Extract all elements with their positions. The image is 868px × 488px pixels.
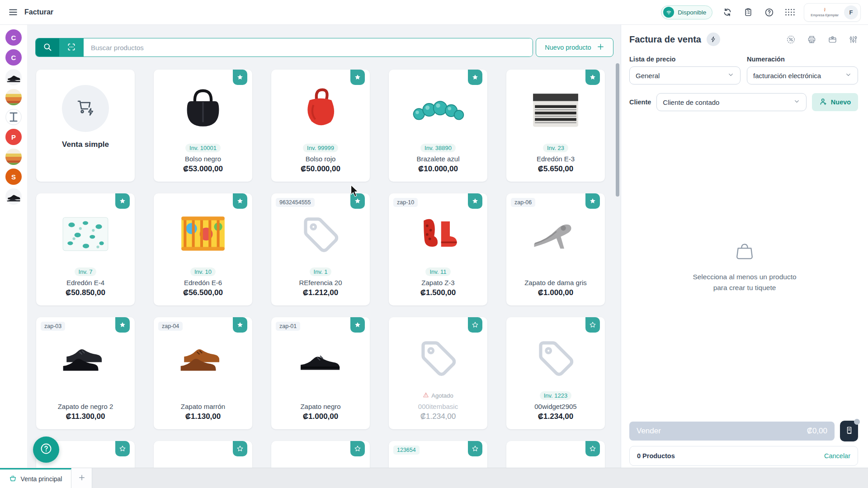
company-logo: Empresa Ejemplar	[811, 7, 839, 17]
product-name: Edredón E-6	[156, 279, 250, 286]
status-badge[interactable]: Disponible	[661, 5, 712, 19]
help-icon[interactable]	[763, 6, 775, 18]
inventory-badge: Inv. 99999	[303, 144, 338, 152]
product-card[interactable]: zap-10 Inv. 11 Zapato Z-3 ₡1.500,00	[389, 193, 487, 305]
numbering-label: Numeración	[747, 56, 858, 63]
cancel-button[interactable]: Cancelar	[824, 452, 850, 460]
sidebar-category-avatar[interactable]	[5, 188, 22, 205]
warning-icon	[423, 392, 429, 399]
product-card[interactable]: Inv. 7 Edredón E-4 ₡50.850,00	[36, 193, 135, 305]
inventory-badge: Inv. 1	[310, 267, 332, 276]
product-image	[154, 324, 252, 391]
product-card[interactable]: Agotado 000itembasic ₡1.234,00	[389, 317, 487, 429]
price-list-label: Lista de precio	[629, 56, 741, 63]
category-sidebar: CCPS	[0, 25, 27, 468]
product-image	[389, 448, 487, 468]
out-of-stock-label: Agotado	[423, 392, 453, 399]
product-card[interactable]: zap-06 Zapato de dama gris ₡1.000,00	[506, 193, 605, 305]
inventory-badge: Inv. 10	[190, 267, 216, 276]
sidebar-category-avatar[interactable]	[5, 69, 22, 85]
user-avatar[interactable]: F	[844, 5, 858, 19]
tab-label: Venta principal	[21, 475, 62, 483]
lightning-badge-icon[interactable]	[707, 33, 720, 46]
ticket-button[interactable]	[840, 421, 858, 441]
sidebar-category-avatar[interactable]	[5, 89, 22, 105]
price-list-select[interactable]: General	[629, 66, 741, 84]
product-card[interactable]: zap-04 Zapato marrón ₡1.130,00	[154, 317, 252, 429]
discount-icon[interactable]	[786, 34, 796, 44]
product-card[interactable]: zap-03 Zapato de negro 2 ₡11.300,00	[36, 317, 135, 429]
cash-drawer-icon[interactable]	[827, 34, 837, 44]
search-input[interactable]	[84, 38, 533, 56]
account-menu[interactable]: Empresa Ejemplar F	[804, 3, 861, 22]
product-name: Zapato negro	[274, 403, 367, 410]
product-image	[36, 201, 135, 267]
product-card[interactable]: Inv. 99999 Bolso rojo ₡50.000,00	[271, 70, 370, 182]
product-image	[506, 77, 605, 144]
sidebar-category-avatar[interactable]	[5, 109, 22, 125]
inventory-line: Inv. 99999	[274, 143, 367, 153]
product-card[interactable]	[506, 441, 605, 468]
sell-button[interactable]: Vender ₡0,00	[629, 422, 835, 441]
invoice-panel: Factura de venta List	[621, 25, 868, 468]
product-card[interactable]: zap-01 Zapato negro ₡1.000,00	[271, 317, 370, 429]
search-button[interactable]	[36, 38, 59, 56]
inventory-line: Inv. 1	[274, 267, 367, 277]
chevron-down-icon	[793, 98, 800, 106]
tab-venta-principal[interactable]: Venta principal	[0, 468, 71, 488]
product-image	[271, 201, 370, 267]
product-image	[506, 448, 605, 468]
product-card[interactable]	[154, 441, 252, 468]
help-fab-button[interactable]	[33, 436, 59, 463]
price-list-value: General	[636, 72, 660, 80]
product-card[interactable]: 9632454555 Inv. 1 REferencia 20 ₡1.212,0…	[271, 193, 370, 305]
product-card[interactable]	[271, 441, 370, 468]
apps-grid-icon[interactable]	[784, 6, 796, 18]
sidebar-category-avatar[interactable]	[5, 149, 22, 165]
sidebar-category-avatar[interactable]: C	[5, 29, 22, 46]
product-meta: Zapato marrón ₡1.130,00	[156, 390, 250, 421]
sync-icon[interactable]	[722, 6, 733, 18]
topbar-actions: Disponible Empresa Ejemplar F	[661, 3, 861, 22]
venta-simple-card[interactable]: Venta simple	[36, 70, 135, 182]
barcode-scan-button[interactable]	[59, 38, 84, 56]
products-count-bar: 0 Productos Cancelar	[629, 446, 858, 466]
sidebar-category-avatar[interactable]: C	[5, 49, 22, 66]
plus-icon	[597, 43, 604, 52]
product-meta: Zapato de negro 2 ₡11.300,00	[39, 390, 132, 421]
inventory-line	[39, 390, 132, 400]
new-product-button[interactable]: Nuevo producto	[536, 38, 613, 57]
numbering-value: facturación electrónica	[753, 72, 821, 80]
inventory-badge: Inv. 38890	[420, 144, 456, 152]
product-meta: Inv. 11 Zapato Z-3 ₡1.500,00	[392, 267, 485, 297]
new-client-button[interactable]: Nuevo	[812, 93, 858, 111]
pos-app: Facturar Disponible	[0, 0, 868, 488]
product-price: ₡11.300,00	[39, 412, 132, 421]
product-name: 000itembasic	[392, 403, 485, 410]
product-card[interactable]: 123654	[389, 441, 487, 468]
empty-ticket-state: Selecciona al menos un producto para cre…	[621, 241, 868, 293]
search-row: Nuevo producto	[35, 38, 613, 57]
product-meta: Inv. 10001 Bolso negro ₡53.000,00	[156, 143, 250, 174]
print-icon[interactable]	[807, 34, 816, 44]
sidebar-category-avatar[interactable]: S	[5, 169, 22, 185]
clipboard-icon[interactable]	[742, 6, 754, 18]
product-card[interactable]: Inv. 10 Edredón E-6 ₡56.500,00	[154, 193, 252, 305]
product-image	[506, 201, 605, 267]
scrollbar-thumb[interactable]	[616, 63, 619, 197]
sidebar-category-avatar[interactable]: P	[5, 129, 22, 145]
settings-sliders-icon[interactable]	[848, 34, 858, 44]
menu-icon[interactable]	[7, 6, 19, 18]
client-select[interactable]: Cliente de contado	[656, 93, 807, 111]
product-card[interactable]: Inv. 10001 Bolso negro ₡53.000,00	[154, 70, 252, 182]
product-meta: Inv. 1223 00widget2905 ₡1.234,00	[509, 390, 602, 421]
product-card[interactable]: Inv. 23 Edredón E-3 ₡5.650,00	[506, 70, 605, 182]
add-tab-button[interactable]	[71, 468, 92, 488]
cart-bolt-icon	[75, 97, 96, 120]
product-image	[36, 324, 135, 391]
product-card[interactable]: Inv. 38890 Brazalete azul ₡10.000,00	[389, 70, 487, 182]
product-card[interactable]: Inv. 1223 00widget2905 ₡1.234,00	[506, 317, 605, 429]
inventory-badge: Inv. 1223	[540, 391, 572, 400]
numbering-select[interactable]: facturación electrónica	[747, 66, 858, 84]
product-image	[389, 77, 487, 144]
